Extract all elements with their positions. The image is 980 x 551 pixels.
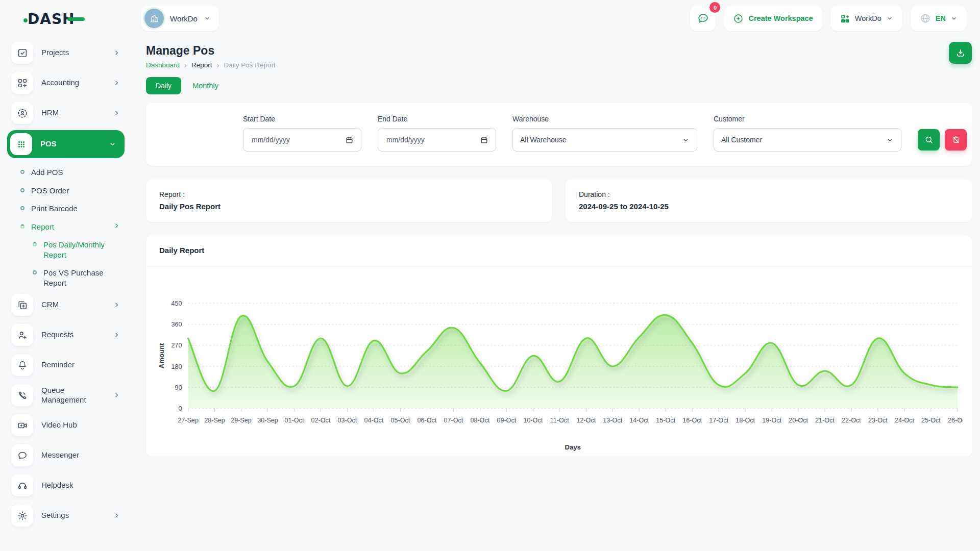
breadcrumb-dashboard[interactable]: Dashboard bbox=[146, 61, 180, 69]
tab-daily[interactable]: Daily bbox=[146, 77, 181, 94]
filter-panel: Start Date End Date Warehouse All Wareho… bbox=[146, 103, 972, 166]
sidebar-item-report[interactable]: Report bbox=[7, 218, 125, 236]
customer-select[interactable]: All Customer bbox=[714, 128, 901, 152]
sidebar-item-pos[interactable]: POS bbox=[7, 130, 125, 158]
warehouse-select[interactable]: All Warehouse bbox=[512, 128, 697, 152]
start-date-input[interactable] bbox=[251, 135, 345, 144]
report-period-tabs: Daily Monthly bbox=[146, 77, 972, 94]
download-button[interactable] bbox=[949, 42, 972, 64]
x-tick-label: 11-Oct bbox=[550, 417, 569, 424]
warehouse-label: Warehouse bbox=[512, 115, 697, 123]
chart-header: Daily Report bbox=[146, 235, 972, 266]
sidebar-item-video-hub[interactable]: Video Hub bbox=[7, 412, 125, 438]
video-icon bbox=[11, 414, 33, 436]
end-date-label: End Date bbox=[378, 115, 496, 123]
sidebar-item-accounting[interactable]: Accounting bbox=[7, 70, 125, 96]
sidebar-item-pos-vs-purchase-report[interactable]: Pos VS Purchase Report bbox=[7, 264, 125, 292]
x-tick-label: 02-Oct bbox=[311, 417, 331, 424]
chevron-down-icon bbox=[204, 15, 211, 22]
language-menu[interactable]: EN bbox=[911, 6, 967, 31]
y-tick-label: 90 bbox=[175, 384, 182, 391]
chevron-right-icon bbox=[113, 222, 120, 230]
customer-field: Customer All Customer bbox=[714, 115, 901, 152]
dash-logo[interactable]: DASH bbox=[0, 9, 133, 28]
chevron-down-icon bbox=[950, 15, 958, 22]
x-tick-label: 20-Oct bbox=[789, 417, 808, 424]
grid-plus-icon bbox=[840, 13, 850, 24]
x-tick-label: 19-Oct bbox=[762, 417, 781, 424]
y-tick-label: 360 bbox=[171, 321, 182, 328]
bullet-icon bbox=[20, 224, 24, 229]
sidebar-item-reminder[interactable]: Reminder bbox=[7, 352, 125, 378]
x-tick-label: 17-Oct bbox=[709, 417, 728, 424]
user-menu[interactable]: WorkDo bbox=[830, 6, 902, 31]
sidebar-item-add-pos[interactable]: Add POS bbox=[7, 163, 125, 182]
x-tick-label: 18-Oct bbox=[736, 417, 755, 424]
daily-report-chart: 09018027036045027-Sep28-Sep29-Sep30-Sep0… bbox=[155, 273, 963, 455]
plus-circle-icon bbox=[733, 13, 744, 24]
reset-button[interactable] bbox=[945, 129, 967, 151]
bullet-icon bbox=[20, 206, 24, 210]
end-date-field: End Date bbox=[378, 115, 496, 152]
duration-label: Duration : bbox=[579, 190, 959, 198]
sidebar-item-messenger[interactable]: Messenger bbox=[7, 442, 125, 468]
sidebar: Projects Accounting HRM POS Add POS POS … bbox=[0, 37, 133, 472]
x-tick-label: 30-Sep bbox=[257, 417, 278, 424]
daily-report-card: Daily Report 09018027036045027-Sep28-Sep… bbox=[146, 235, 972, 457]
sidebar-item-requests[interactable]: Requests bbox=[7, 322, 125, 348]
end-date-input[interactable] bbox=[385, 135, 480, 144]
chevron-right-icon bbox=[113, 331, 120, 339]
chevron-down-icon bbox=[886, 136, 894, 144]
create-workspace-button[interactable]: Create Workspace bbox=[724, 6, 822, 31]
start-date-label: Start Date bbox=[243, 115, 361, 123]
duration-value: 2024-09-25 to 2024-10-25 bbox=[579, 202, 959, 211]
chevron-right-icon bbox=[113, 79, 120, 87]
main-content: Manage Pos Dashboard › Report › Daily Po… bbox=[133, 37, 980, 472]
sidebar-item-queue-management[interactable]: Queue Management bbox=[7, 382, 125, 408]
calendar-icon[interactable] bbox=[480, 136, 488, 144]
breadcrumb-report[interactable]: Report bbox=[191, 61, 212, 69]
x-tick-label: 08-Oct bbox=[470, 417, 489, 424]
workspace-switcher[interactable]: WorkDo bbox=[141, 6, 219, 31]
tab-monthly[interactable]: Monthly bbox=[185, 77, 226, 94]
x-tick-label: 04-Oct bbox=[364, 417, 383, 424]
sidebar-item-crm[interactable]: CRM bbox=[7, 292, 125, 318]
chart-title: Daily Report bbox=[159, 246, 204, 255]
messages-button[interactable]: 0 bbox=[690, 6, 716, 31]
bullet-icon bbox=[20, 188, 24, 192]
y-tick-label: 180 bbox=[171, 363, 182, 370]
messages-badge: 0 bbox=[709, 2, 720, 13]
y-tick-label: 0 bbox=[178, 405, 182, 412]
clear-filter-icon bbox=[951, 135, 961, 144]
sidebar-item-projects[interactable]: Projects bbox=[7, 40, 125, 66]
sidebar-item-pos-order[interactable]: POS Order bbox=[7, 182, 125, 200]
x-tick-label: 21-Oct bbox=[815, 417, 835, 424]
summary-cards: Report : Daily Pos Report Duration : 202… bbox=[146, 179, 972, 222]
globe-icon bbox=[920, 13, 931, 24]
x-axis-title: Days bbox=[565, 443, 581, 451]
breadcrumb-separator-icon: › bbox=[184, 61, 187, 69]
calendar-icon[interactable] bbox=[345, 136, 354, 144]
report-label: Report : bbox=[159, 190, 539, 198]
warehouse-selected-value: All Warehouse bbox=[520, 136, 567, 144]
x-tick-label: 29-Sep bbox=[231, 417, 252, 424]
warehouse-field: Warehouse All Warehouse bbox=[512, 115, 697, 152]
x-tick-label: 07-Oct bbox=[444, 417, 463, 424]
user-menu-label: WorkDo bbox=[855, 14, 881, 22]
sidebar-item-pos-daily-monthly-report[interactable]: Pos Daily/Monthly Report bbox=[7, 236, 125, 264]
customer-label: Customer bbox=[714, 115, 901, 123]
duration-card: Duration : 2024-09-25 to 2024-10-25 bbox=[566, 179, 972, 222]
chevron-down-icon bbox=[682, 136, 690, 144]
projects-icon bbox=[11, 42, 33, 64]
download-icon bbox=[955, 48, 966, 58]
sidebar-item-print-barcode[interactable]: Print Barcode bbox=[7, 199, 125, 218]
x-tick-label: 28-Sep bbox=[204, 417, 225, 424]
phone-icon bbox=[11, 384, 33, 406]
search-button[interactable] bbox=[918, 129, 940, 151]
x-tick-label: 23-Oct bbox=[868, 417, 888, 424]
x-tick-label: 03-Oct bbox=[338, 417, 357, 424]
y-axis-title: Amount bbox=[158, 343, 165, 368]
sidebar-item-hrm[interactable]: HRM bbox=[7, 100, 125, 126]
breadcrumb: Dashboard › Report › Daily Pos Report bbox=[146, 61, 276, 69]
x-tick-label: 06-Oct bbox=[417, 417, 436, 424]
